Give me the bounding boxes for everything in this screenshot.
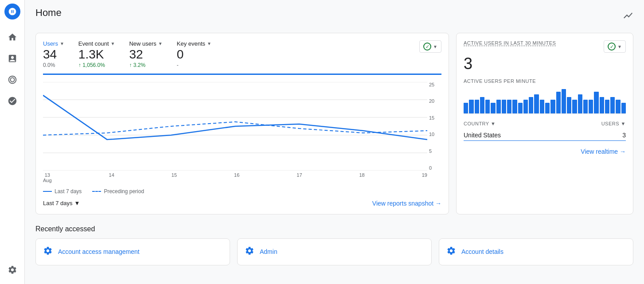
page-title: Home (35, 7, 62, 19)
country-col-header[interactable]: COUNTRY ▼ (464, 121, 496, 126)
metric-new-users: New users ▼ 32 ↑ 3.2% (129, 40, 162, 68)
active-users-title: ACTIVE USERS IN LAST 30 MINUTES (464, 40, 556, 46)
bar-chart-bar (485, 100, 490, 113)
recently-card-0-link[interactable]: Account access management (58, 248, 140, 255)
metric-event-count: Event count ▼ 1.3K ↑ 1,056.0% (78, 40, 115, 68)
sidebar-item-explore[interactable] (4, 71, 21, 89)
header-row: Home (35, 7, 633, 26)
date-selector-button[interactable]: Last 7 days ▼ (43, 200, 80, 206)
bar-chart-bar (610, 97, 615, 113)
recently-card-2-link[interactable]: Account details (461, 248, 503, 255)
bar-chart-bar (469, 100, 473, 113)
metric-key-events: Key events ▼ 0 - (177, 40, 211, 68)
main-chart-card: Users ▼ 34 0.0% Event count ▼ 1.3K ↑ 1,0… (35, 33, 449, 214)
realtime-check-circle-icon: ✓ (608, 43, 616, 51)
country-name: United States (464, 132, 501, 139)
bar-chart-bar (502, 100, 506, 113)
chart-date-row: Last 7 days ▼ View reports snapshot → (43, 200, 441, 207)
check-circle-icon: ✓ (423, 43, 431, 51)
metric-check-area: ✓ ▼ (419, 40, 441, 53)
key-events-dropdown-arrow[interactable]: ▼ (207, 41, 211, 46)
active-users-count: 3 (464, 54, 626, 73)
view-realtime-link[interactable]: View realtime → (581, 148, 626, 155)
metric-event-count-label[interactable]: Event count ▼ (78, 40, 115, 47)
sidebar-item-advertising[interactable] (4, 92, 21, 110)
bar-chart-bar (583, 100, 588, 113)
users-dropdown-arrow[interactable]: ▼ (60, 41, 64, 46)
recently-card-0[interactable]: Account access management (35, 238, 230, 265)
bar-chart-bar (512, 100, 517, 113)
metric-users-value: 34 (43, 47, 64, 62)
legend-dashed-label: Preceding period (104, 188, 144, 195)
settings-icon-button[interactable] (4, 261, 21, 279)
metric-event-count-value: 1.3K (78, 47, 115, 62)
recently-card-2[interactable]: Account details (439, 238, 633, 265)
country-user-count: 3 (622, 132, 626, 139)
users-col-header[interactable]: USERS ▼ (601, 121, 626, 126)
metric-users: Users ▼ 34 0.0% (43, 40, 64, 68)
date-dropdown-arrow: ▼ (74, 200, 80, 206)
view-realtime-link-wrapper: View realtime → (464, 148, 626, 155)
bar-chart-bar (616, 100, 620, 113)
event-count-dropdown-arrow[interactable]: ▼ (111, 41, 115, 46)
metric-new-users-change: ↑ 3.2% (129, 62, 162, 68)
recently-card-2-icon (446, 246, 456, 258)
bar-chart-bar (605, 100, 609, 113)
legend-solid-label: Last 7 days (55, 188, 82, 195)
sidebar-logo[interactable] (4, 4, 20, 19)
annotation-icon-button[interactable] (623, 10, 633, 23)
bar-chart-bar (545, 103, 550, 113)
y-axis-labels: 25 20 15 10 5 0 (427, 82, 441, 171)
realtime-comparison-arrow: ▼ (617, 44, 622, 49)
sidebar-item-reports[interactable] (4, 50, 21, 67)
recently-card-1[interactable]: Admin (237, 238, 432, 265)
new-users-dropdown-arrow[interactable]: ▼ (158, 41, 163, 46)
comparison-dropdown-arrow: ▼ (433, 44, 437, 49)
metric-key-events-label[interactable]: Key events ▼ (177, 40, 211, 47)
chart-with-y-axis: 25 20 15 10 5 0 (43, 82, 441, 171)
bar-chart-bar (572, 100, 577, 113)
legend-solid: Last 7 days (43, 188, 82, 195)
bar-chart-bar (529, 97, 533, 113)
main-content: Home Users ▼ 34 0.0% Event count (25, 0, 644, 284)
recently-card-0-icon (43, 246, 53, 258)
per-minute-label: ACTIVE USERS PER MINUTE (464, 78, 626, 84)
x-axis-labels: 13Aug 14 15 16 17 18 19 (43, 171, 441, 183)
recently-accessed-section: Recently accessed Account access managem… (35, 225, 633, 265)
bar-chart-bar (464, 103, 468, 113)
bar-chart-bar (518, 103, 523, 113)
recently-card-1-link[interactable]: Admin (260, 248, 277, 255)
legend-dashed-line (92, 191, 101, 192)
chart-area (43, 82, 427, 171)
legend-dashed: Preceding period (92, 188, 144, 195)
metric-event-count-change: ↑ 1,056.0% (78, 62, 115, 68)
comparison-check-button[interactable]: ✓ ▼ (419, 40, 441, 53)
bar-chart-bar (621, 103, 626, 113)
line-chart-svg (43, 82, 427, 171)
view-reports-snapshot-link[interactable]: View reports snapshot → (372, 200, 441, 207)
recently-accessed-cards: Account access management Admin Account … (35, 238, 633, 265)
chart-legend: Last 7 days Preceding period (43, 188, 441, 195)
date-selector-value: Last 7 days (43, 200, 73, 206)
sidebar-item-home[interactable] (4, 28, 21, 46)
bar-chart-bar (556, 92, 561, 113)
metric-new-users-label[interactable]: New users ▼ (129, 40, 162, 47)
cards-row: Users ▼ 34 0.0% Event count ▼ 1.3K ↑ 1,0… (35, 33, 633, 214)
metric-key-events-change: - (177, 62, 211, 68)
bar-chart-bar (562, 89, 566, 113)
per-minute-bar-chart (464, 87, 626, 114)
bar-chart-bar (507, 100, 511, 113)
bar-chart-bar (578, 94, 582, 113)
realtime-card: ACTIVE USERS IN LAST 30 MINUTES ✓ ▼ 3 AC… (456, 33, 633, 214)
recently-accessed-title: Recently accessed (35, 225, 633, 233)
bar-chart-bar (480, 97, 484, 113)
bar-chart-bar (567, 97, 571, 113)
metric-users-change: 0.0% (43, 62, 64, 68)
realtime-check-button[interactable]: ✓ ▼ (604, 40, 626, 53)
metric-users-label[interactable]: Users ▼ (43, 40, 64, 47)
bar-chart-bar (589, 100, 593, 113)
bar-chart-bar (600, 97, 604, 113)
country-table-row: United States 3 (464, 132, 626, 141)
bar-chart-bar (496, 100, 501, 113)
chart-container: 25 20 15 10 5 0 13Aug 14 15 16 17 18 (43, 82, 441, 183)
